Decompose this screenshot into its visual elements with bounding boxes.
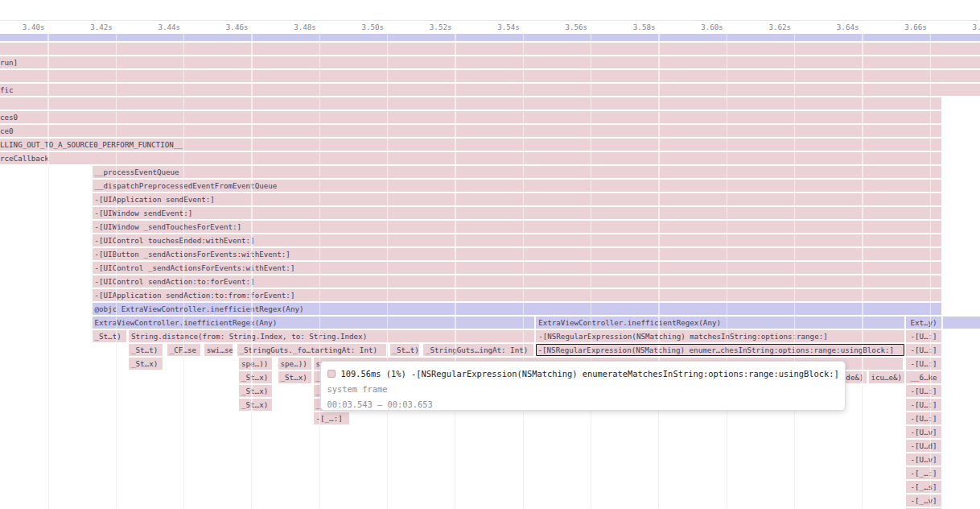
grid-line-highlight: [251, 34, 252, 509]
tooltip-title-line: 109.56ms (1%) -[NSRegularExpression(NSMa…: [327, 366, 838, 381]
flame-bar[interactable]: _St…x): [239, 399, 272, 412]
grid-line-highlight: [727, 34, 727, 509]
flame-bar[interactable]: -[_…:]: [906, 467, 941, 481]
flame-bar[interactable]: _StringGuts._fo…tartingAt: Int): [237, 344, 386, 358]
grid-line-highlight: [794, 34, 795, 509]
flame-bar[interactable]: swi…se: [204, 344, 233, 358]
ruler-tick-label: 3.50s: [361, 22, 384, 32]
flame-bar[interactable]: spe…)): [239, 358, 272, 371]
flame-bar[interactable]: -[U…:]: [906, 358, 941, 371]
tooltip: 109.56ms (1%) -[NSRegularExpression(NSMa…: [320, 361, 846, 411]
flame-bar[interactable]: _St…x): [129, 358, 163, 371]
ruler-tick-label: 3.62s: [768, 22, 791, 32]
flame-bar[interactable]: [0, 43, 980, 56]
flame-bar[interactable]: _St…x): [278, 371, 311, 385]
flame-bar[interactable]: _St…t): [93, 330, 127, 344]
grid-line-highlight: [183, 34, 184, 509]
toolbar-spacer: [0, 0, 980, 20]
flame-bar[interactable]: -[UIWindow sendEvent:]: [93, 207, 942, 221]
grid-line-highlight: [523, 34, 524, 509]
flame-bar[interactable]: fic: [0, 84, 980, 97]
ruler-tick-label: 3.58s: [633, 22, 656, 32]
flame-bar[interactable]: -[_…v]: [906, 495, 941, 508]
grid-line-highlight: [862, 34, 863, 509]
flame-bar[interactable]: ces0: [0, 111, 941, 125]
ruler-tick-label: 3.60s: [701, 22, 723, 32]
selection-outline: [536, 344, 904, 356]
ruler-tick-label: 3.54s: [497, 22, 520, 32]
flame-bar[interactable]: @objc ExtraViewController.inefficientReg…: [93, 303, 942, 317]
tooltip-title: 109.56ms (1%) -[NSRegularExpression(NSMa…: [341, 369, 839, 379]
grid-line-highlight: [455, 34, 455, 509]
flame-bar[interactable]: LLING_OUT_TO_A_SOURCE0_PERFORM_FUNCTION_…: [0, 139, 941, 152]
flame-bar[interactable]: [0, 70, 980, 84]
flame-bar[interactable]: __6…ke: [906, 371, 941, 385]
ruler-tick-label: 3.42s: [90, 22, 113, 32]
ruler-tick-label: 3.48s: [294, 22, 316, 32]
grid-line-highlight: [658, 34, 659, 509]
flame-bar[interactable]: -[UIButton _sendActionsForEvents:withEve…: [93, 248, 942, 262]
flame-bar[interactable]: Ext…y): [906, 317, 941, 330]
ruler-tick-label: 3.66s: [904, 22, 927, 32]
instruments-flame-chart: run]ficces0ce0LLING_OUT_TO_A_SOURCE0_PER…: [0, 0, 980, 509]
grid-line-highlight: [116, 34, 117, 509]
flame-bar[interactable]: -[_…s]: [906, 481, 941, 495]
ruler-tick-label: 3.44s: [158, 22, 180, 32]
flame-bar[interactable]: spe…)): [278, 358, 311, 371]
flame-bar[interactable]: rceCallback: [0, 152, 941, 166]
ruler-tick-label: 3.68s: [972, 22, 980, 32]
flame-bar[interactable]: -[UIControl _sendActionsForEvents:withEv…: [93, 262, 942, 275]
flame-bar[interactable]: -[U…:]: [906, 344, 941, 358]
tooltip-color-swatch: [327, 370, 336, 378]
ruler-tick-label: 3.64s: [837, 22, 859, 32]
flame-bar[interactable]: -[U…:]: [906, 385, 941, 399]
flame-bar[interactable]: -[UIWindow _sendTouchesForEvent:]: [93, 221, 942, 234]
flame-bar[interactable]: -[UIControl sendAction:to:forEvent:]: [93, 275, 942, 289]
grid-line-highlight: [319, 34, 320, 509]
flame-bar[interactable]: -[UIControl touchesEnded:withEvent:]: [93, 234, 942, 248]
tooltip-subtitle: system frame: [327, 381, 838, 396]
flame-bar[interactable]: ce0: [0, 125, 941, 139]
flame-bar[interactable]: -[U…v]: [906, 426, 941, 440]
flame-bar[interactable]: _StringGuts…ingAt: Int): [423, 344, 533, 358]
flame-bar[interactable]: -[U…:]: [906, 399, 941, 412]
flame-bar[interactable]: _St…x): [239, 385, 272, 399]
flame-bar[interactable]: _St…t): [129, 344, 163, 358]
grid-line-highlight: [591, 34, 591, 509]
grid-line-highlight: [47, 34, 48, 509]
flame-bar[interactable]: __dispatchPreprocessedEventFromEventQueu…: [93, 180, 942, 193]
flame-bar[interactable]: -[U…:]: [906, 412, 941, 426]
flame-bar[interactable]: -[U…v]: [906, 453, 941, 467]
grid-line-highlight: [930, 34, 931, 509]
tooltip-time-range: 00:03.543 — 00:03.653: [327, 396, 838, 411]
flame-bar[interactable]: run]: [0, 56, 980, 70]
flame-bar[interactable]: icu…e&): [869, 371, 904, 385]
flame-bar[interactable]: -[U…:]: [906, 330, 941, 344]
flame-bar[interactable]: [0, 97, 941, 111]
ruler-tick-label: 3.40s: [23, 22, 45, 32]
flame-bar[interactable]: String.distance(from: String.Index, to: …: [129, 330, 534, 344]
flame-bar[interactable]: -[UIApplication sendEvent:]: [93, 193, 942, 207]
grid-line-highlight: [387, 34, 388, 509]
flame-bar[interactable]: __processEventQueue: [93, 166, 942, 180]
ruler-tick-label: 3.56s: [565, 22, 587, 32]
ruler-divider: [0, 20, 980, 21]
ruler-tick-label: 3.46s: [226, 22, 249, 32]
flame-bar[interactable]: [943, 317, 980, 330]
flame-bar[interactable]: ExtraViewController.inefficientRegex(Any…: [93, 317, 535, 330]
ruler-tick-label: 3.52s: [430, 22, 452, 32]
flame-bar[interactable]: -[U…d]: [906, 440, 941, 453]
flame-bar[interactable]: -[UIApplication sendAction:to:from:forEv…: [93, 289, 942, 303]
flame-bar[interactable]: _St…x): [239, 371, 272, 385]
flame-bar[interactable]: _St…t): [390, 344, 420, 358]
